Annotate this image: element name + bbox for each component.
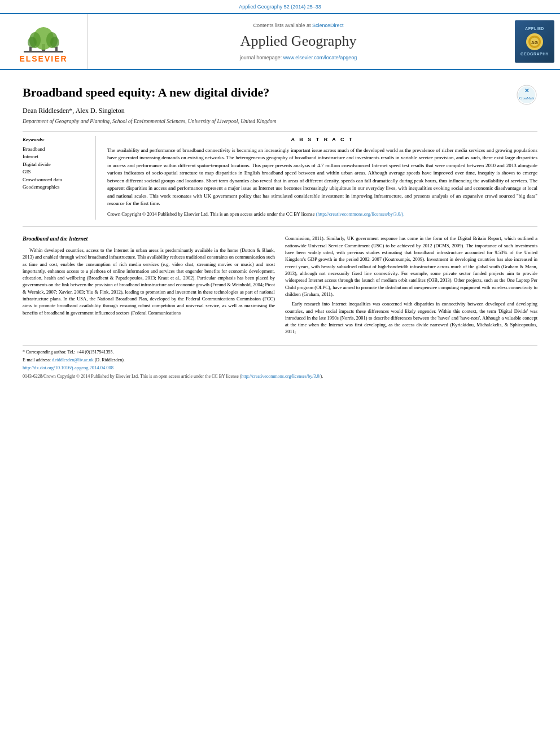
abstract-paragraph: The availability and performance of broa… [107, 147, 537, 208]
footnote-email-suffix: (D. Riddlesden). [95, 357, 125, 362]
divider-1 [23, 131, 537, 132]
abstract-section: Keywords: Broadband Internet Digital div… [23, 136, 537, 220]
abstract-column: A B S T R A C T The availability and per… [107, 136, 537, 220]
issn-text: 0143-6228/Crown Copyright © 2014 Publish… [23, 374, 241, 379]
keywords-title: Keywords: [23, 136, 89, 143]
footnote-email-link[interactable]: d.riddlesden@liv.ac.uk [52, 357, 94, 362]
footnote-1: * Corresponding author. Tel.: +44 (0)151… [23, 349, 537, 355]
keyword-2: Internet [23, 153, 89, 161]
svg-point-4 [28, 37, 37, 48]
doi-line: http://dx.doi.org/10.1016/j.apgeog.2014.… [23, 365, 537, 372]
issn-suffix: ). [321, 374, 323, 379]
keyword-1: Broadband [23, 146, 89, 154]
footnote-email: E-mail address: d.riddlesden@liv.ac.uk (… [23, 357, 537, 363]
journal-header-center: Contents lists available at ScienceDirec… [88, 14, 509, 69]
svg-rect-8 [24, 51, 63, 53]
keyword-3: Digital divide [23, 161, 89, 169]
body-section: Broadband and the Internet Within develo… [23, 235, 537, 338]
authors-text: Dean Riddlesden*, Alex D. Singleton [23, 107, 125, 115]
affiliation: Department of Geography and Planning, Sc… [23, 118, 537, 125]
abstract-heading: A B S T R A C T [107, 136, 537, 143]
badge-circle: AG [526, 33, 543, 50]
journal-badge-section: APPLIED AG GEOGRAPHY [509, 14, 560, 69]
journal-badge: APPLIED AG GEOGRAPHY [515, 20, 554, 63]
authors-line: Dean Riddlesden*, Alex D. Singleton [23, 106, 537, 116]
copyright-text: Crown Copyright © 2014 Published by Else… [107, 211, 314, 217]
journal-homepage-line: journal homepage: www.elsevier.com/locat… [240, 54, 357, 62]
body-text-right: Commission, 2011). Similarly, UK governm… [285, 235, 537, 335]
footnote-star-text: * Corresponding author. Tel.: +44 (0)151… [23, 350, 114, 355]
svg-rect-7 [55, 47, 58, 51]
copyright-link[interactable]: (http://creativecommons.org/licenses/by/… [316, 211, 405, 217]
elsevier-logo-section: ELSEVIER [0, 14, 88, 69]
sciencedirect-prefix: Contents lists available at [253, 23, 310, 28]
svg-rect-6 [29, 47, 32, 51]
svg-text:✕: ✕ [524, 88, 529, 94]
two-column-layout: Broadband and the Internet Within develo… [23, 235, 537, 338]
elsevier-logo: ELSEVIER [18, 19, 69, 65]
homepage-url[interactable]: www.elsevier.com/locate/apgeog [283, 55, 357, 60]
body-col-right: Commission, 2011). Similarly, UK governm… [285, 235, 537, 338]
body-para-left-1: Within developed countries, access to th… [23, 247, 275, 316]
body-para-right-2: Early research into Internet inequalitie… [285, 300, 537, 335]
journal-title-header: Applied Geography [240, 31, 357, 51]
svg-text:CrossMark: CrossMark [519, 97, 535, 100]
badge-icon: AG [529, 36, 540, 47]
doi-link[interactable]: http://dx.doi.org/10.1016/j.apgeog.2014.… [23, 365, 113, 370]
elsevier-wordmark: ELSEVIER [19, 54, 67, 65]
crossmark-badge: ✕ CrossMark [516, 84, 537, 108]
divider-2 [23, 226, 537, 227]
journal-header: ELSEVIER Contents lists available at Sci… [0, 14, 560, 71]
article-title: Broadband speed equity: A new digital di… [23, 84, 537, 102]
sciencedirect-line: Contents lists available at ScienceDirec… [253, 22, 343, 29]
homepage-prefix: journal homepage: [240, 55, 282, 60]
crossmark-icon: ✕ CrossMark [516, 84, 537, 106]
section-heading: Broadband and the Internet [23, 235, 275, 243]
keyword-6: Geodemographics [23, 184, 89, 191]
svg-point-5 [50, 37, 59, 48]
page: Applied Geography 52 (2014) 25–33 [0, 0, 560, 747]
svg-text:AG: AG [531, 40, 538, 45]
sciencedirect-link[interactable]: ScienceDirect [312, 23, 344, 28]
badge-bottom-text: GEOGRAPHY [520, 51, 549, 57]
copyright-line: Crown Copyright © 2014 Published by Else… [107, 211, 537, 218]
keywords-list: Broadband Internet Digital divide GIS Cr… [23, 146, 89, 191]
abstract-text: The availability and performance of broa… [107, 147, 537, 218]
journal-ref: Applied Geography 52 (2014) 25–33 [239, 4, 321, 10]
keyword-4: GIS [23, 168, 89, 176]
body-col-left: Broadband and the Internet Within develo… [23, 235, 275, 338]
badge-top-text: APPLIED [525, 26, 544, 32]
keyword-5: Crowdsourced data [23, 176, 89, 184]
badge-circle-inner: AG [528, 36, 541, 48]
issn-link[interactable]: http://creativecommons.org/licenses/by/3… [241, 374, 320, 379]
keywords-column: Keywords: Broadband Internet Digital div… [23, 136, 96, 220]
body-text-left: Within developed countries, access to th… [23, 247, 275, 316]
elsevier-tree-icon [18, 19, 69, 53]
footnote-email-prefix: E-mail address: [23, 357, 51, 362]
body-para-right-1: Commission, 2011). Similarly, UK governm… [285, 235, 537, 298]
issn-line: 0143-6228/Crown Copyright © 2014 Publish… [23, 373, 537, 379]
main-content: ✕ CrossMark Broadband speed equity: A ne… [0, 70, 560, 385]
footer-area: * Corresponding author. Tel.: +44 (0)151… [23, 345, 537, 379]
journal-ref-bar: Applied Geography 52 (2014) 25–33 [0, 0, 560, 13]
